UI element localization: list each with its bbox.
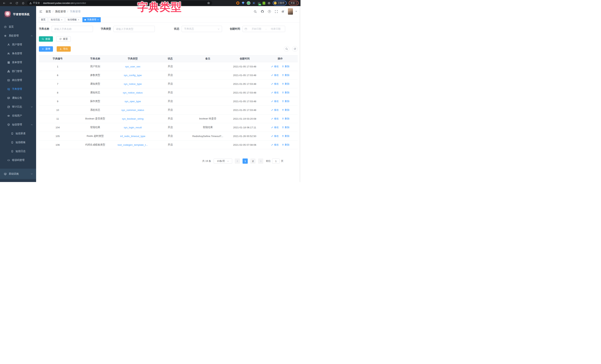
delete-link[interactable]: 删除 [282,82,290,86]
sidebar-item-sms-channel[interactable]: 短信渠道 [0,129,36,138]
sidebar-item-roles[interactable]: 角色管理 [0,49,36,58]
tab-home[interactable]: 首页 [39,17,48,22]
page-size-select[interactable]: 10条/页 [214,159,232,164]
edit-link[interactable]: 修改 [271,108,279,112]
sidebar-collapse-icon[interactable] [39,10,43,13]
cell-dict-type-link[interactable]: sys_notice_status [114,88,151,97]
home-icon[interactable] [21,1,26,6]
search-button[interactable]: 搜索 [39,36,53,42]
breadcrumb-home[interactable]: 首页 [46,10,51,13]
tab-sms-template[interactable]: 短信模板× [66,17,81,22]
tab-sms-log[interactable]: 短信日志× [49,17,64,22]
sidebar-item-notice[interactable]: 通知公告 [0,93,36,102]
update-button[interactable]: 更新 [289,1,299,5]
sidebar-item-online-users[interactable]: 在线用户 [0,111,36,120]
dict-name-input[interactable] [52,26,93,32]
sidebar-item-menus[interactable]: 菜单管理 [0,58,36,67]
delete-link[interactable]: 删除 [282,65,290,68]
bookmark-star-icon[interactable] [207,2,210,4]
start-date[interactable]: 开始日期 [249,27,264,30]
scrollbar[interactable] [300,6,300,182]
font-size-icon[interactable]: tT [282,10,284,13]
edit-link[interactable]: 修改 [271,117,279,120]
sidebar-item-sms[interactable]: 短信管理 [0,120,36,129]
grid-extension-icon[interactable] [252,2,255,5]
help-icon[interactable]: ? [268,10,271,13]
blue-gem-extension-icon[interactable] [241,1,245,5]
reload-icon[interactable] [14,1,19,6]
cell-dict-type-link[interactable]: sys_oper_type [114,97,151,106]
cell-dict-type-link[interactable]: sys_boolean_string [114,114,151,123]
sidebar-item-posts[interactable]: 岗位管理 [0,76,36,85]
cell-dict-type-link[interactable]: tool_codegen_template_t... [114,141,151,149]
delete-link[interactable]: 删除 [282,117,290,120]
green-v-extension-icon[interactable]: V [247,1,250,5]
edit-link[interactable]: 修改 [271,65,279,68]
address-bar[interactable]: 不安全 dashboard.yudao.iocoder.cn/system/di… [27,1,212,5]
cell-dict-type-link[interactable]: sys_login_result [114,123,151,132]
reset-button[interactable]: 重置 [56,36,71,42]
delete-link[interactable]: 删除 [282,126,290,129]
show-search-toggle-button[interactable] [284,46,289,52]
paused-badge[interactable]: 已暂停 [273,1,287,5]
goto-page-input[interactable] [272,159,280,164]
orange-ring-extension-icon[interactable] [236,1,240,5]
sidebar-item-error-codes[interactable]: 错误码管理 [0,156,36,165]
cell-dict-type-link[interactable]: sys_user_sex [114,62,151,71]
sidebar-item-sms-log[interactable]: 短信日志 [0,147,36,156]
sidebar-item-departments[interactable]: 部门管理 [0,67,36,76]
prev-page-button[interactable] [235,159,240,164]
next-page-button[interactable] [258,159,263,164]
breadcrumb-system[interactable]: 系统管理 [55,10,66,13]
edit-link[interactable]: 修改 [271,143,279,146]
delete-link[interactable]: 删除 [282,134,290,138]
date-range-picker[interactable]: 开始日期 - 结束日期 [242,26,285,32]
page-button-2[interactable]: 2 [250,159,256,164]
forward-icon[interactable] [8,1,13,6]
edit-link[interactable]: 修改 [271,100,279,103]
adblock-extension-icon[interactable]: on [257,2,260,5]
sidebar-item-dict[interactable]: 字典管理 [0,85,36,93]
close-icon[interactable]: × [61,19,62,21]
sidebar-item-users[interactable]: 用户管理 [0,40,36,49]
page-button-1[interactable]: 1 [242,159,248,164]
edit-link[interactable]: 修改 [271,73,279,77]
browser-menu-icon[interactable] [296,2,297,4]
edit-link[interactable]: 修改 [271,91,279,94]
cell-dict-type-link[interactable]: sys_config_type [114,71,151,80]
edit-link[interactable]: 修改 [271,126,279,129]
status-select[interactable]: 字典状态 [182,26,222,32]
green-bot-extension-icon[interactable] [262,2,265,5]
puzzle-extension-icon[interactable] [267,1,271,5]
delete-link[interactable]: 删除 [282,108,290,112]
cell-dict-type-link[interactable]: sys_common_status [114,106,151,114]
avatar-caret-icon[interactable] [295,11,297,12]
app-logo[interactable]: 芋道管理系统 [0,6,36,22]
export-button[interactable]: 导出 [57,46,71,52]
close-icon[interactable]: × [78,19,79,21]
delete-link[interactable]: 删除 [282,100,290,103]
cell-dict-type-link[interactable]: inf_redis_timeout_type [114,132,151,141]
sidebar-item-home[interactable]: 首页 [0,22,36,31]
delete-link[interactable]: 删除 [282,91,290,94]
tab-dict[interactable]: 字典管理× [82,17,101,22]
close-icon[interactable]: × [97,19,99,21]
github-icon[interactable] [261,10,264,13]
refresh-table-button[interactable] [292,46,298,52]
end-date[interactable]: 结束日期 [268,27,283,30]
delete-link[interactable]: 删除 [282,143,290,146]
add-button[interactable]: 新增 [39,46,53,52]
cell-dict-type-link[interactable]: sys_notice_type [114,80,151,88]
dict-type-input[interactable] [113,26,155,32]
edit-link[interactable]: 修改 [271,82,279,86]
back-icon[interactable] [2,1,7,6]
edit-link[interactable]: 修改 [271,134,279,138]
sidebar-item-audit-log[interactable]: 审计日志 [0,102,36,111]
sidebar-item-infrastructure[interactable]: 基础设施 [0,169,36,179]
sidebar-item-system[interactable]: 系统管理 [0,31,36,40]
delete-link[interactable]: 删除 [282,73,290,77]
sidebar-item-sms-template[interactable]: 短信模板 [0,138,36,147]
user-avatar[interactable] [288,8,293,15]
fullscreen-icon[interactable] [275,10,278,13]
search-icon[interactable] [254,10,257,13]
